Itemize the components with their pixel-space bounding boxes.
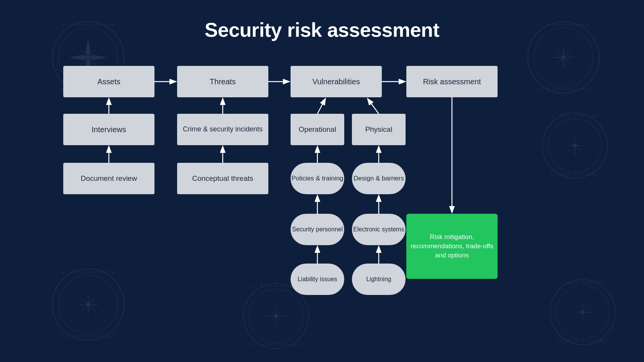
- svg-point-23: [548, 119, 602, 172]
- svg-line-19: [556, 50, 571, 65]
- svg-text:STEMA RISK MANAGEMENT: STEMA RISK MANAGEMENT: [547, 339, 618, 343]
- risk-mitigation-box: Risk mitigation, recommendations, trade-…: [406, 214, 498, 279]
- svg-line-29: [568, 139, 582, 152]
- svg-marker-6: [74, 56, 86, 60]
- svg-marker-7: [90, 56, 103, 60]
- threats-box: Threats: [177, 66, 268, 97]
- document-review-box: Document review: [63, 163, 154, 194]
- svg-text:STEMA RISK MANAGEMENT: STEMA RISK MANAGEMENT: [525, 87, 602, 91]
- crime-security-box: Crime & security incidents: [177, 114, 268, 145]
- svg-line-28: [568, 139, 582, 152]
- svg-line-69: [368, 99, 379, 114]
- svg-point-31: [53, 269, 124, 341]
- svg-text:STEMA RISK MANAGEMENT: STEMA RISK MANAGEMENT: [547, 280, 618, 284]
- svg-text:STEMA RISK MANAGEMENT: STEMA RISK MANAGEMENT: [241, 343, 311, 347]
- svg-point-41: [249, 289, 303, 343]
- svg-point-39: [86, 303, 90, 307]
- svg-point-57: [581, 310, 585, 314]
- svg-point-22: [542, 113, 608, 178]
- svg-point-12: [86, 56, 90, 60]
- svg-text:STEMA RISK MANAGEMENT: STEMA RISK MANAGEMENT: [49, 334, 127, 338]
- svg-line-10: [80, 50, 96, 65]
- svg-point-50: [556, 285, 610, 339]
- svg-marker-4: [86, 43, 90, 56]
- svg-line-47: [269, 309, 283, 323]
- svg-line-46: [269, 309, 283, 323]
- svg-point-21: [562, 56, 566, 60]
- svg-line-55: [576, 305, 590, 319]
- svg-text:STEMA RISK MANAGEMENT: STEMA RISK MANAGEMENT: [540, 172, 610, 176]
- interviews-box: Interviews: [63, 114, 154, 145]
- svg-line-68: [317, 99, 325, 114]
- assets-box: Assets: [63, 66, 154, 97]
- svg-text:STEMA RISK MANAGEMENT: STEMA RISK MANAGEMENT: [540, 114, 610, 118]
- security-personnel-box: Security personnel: [291, 214, 344, 245]
- design-barriers-box: Design & barriers: [352, 163, 406, 194]
- svg-line-37: [80, 297, 96, 312]
- physical-box: Physical: [352, 114, 406, 145]
- policies-training-box: Policies & training: [291, 163, 344, 194]
- liability-issues-box: Liability issues: [291, 264, 344, 295]
- operational-box: Operational: [291, 114, 344, 145]
- lightning-box: Lightning: [352, 264, 406, 295]
- page-title: Security risk assessment: [0, 0, 644, 41]
- svg-line-11: [80, 50, 96, 65]
- risk-assessment-box: Risk assessment: [406, 66, 498, 97]
- svg-point-49: [550, 280, 615, 345]
- conceptual-threats-box: Conceptual threats: [177, 163, 268, 194]
- svg-point-48: [274, 314, 278, 318]
- svg-line-20: [556, 50, 571, 65]
- electronic-systems-box: Electronic systems: [352, 214, 406, 245]
- svg-line-38: [80, 297, 96, 312]
- svg-text:STEMA RISK MANAGEMENT: STEMA RISK MANAGEMENT: [49, 270, 127, 274]
- vulnerabilities-box: Vulnerabilities: [291, 66, 382, 97]
- svg-point-30: [573, 144, 577, 147]
- svg-point-32: [59, 275, 118, 334]
- svg-line-56: [576, 305, 590, 319]
